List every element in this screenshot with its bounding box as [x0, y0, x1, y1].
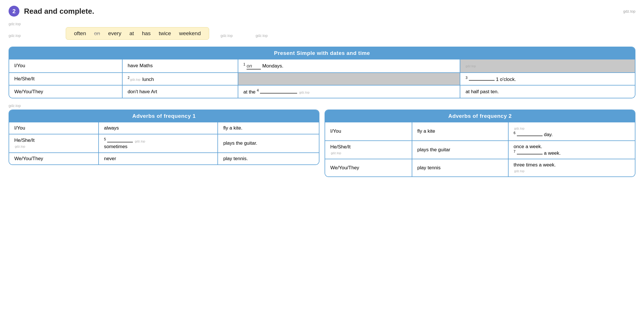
word-weekend: weekend: [179, 30, 201, 37]
cell-a2-sub-3: We/You/They: [325, 159, 412, 176]
cell-subject-2: He/She/It: [9, 73, 122, 86]
table-row: He/She/It gdz.top 5 gdz.topsometimes pla…: [9, 134, 319, 153]
cell-subject-1: I/You: [9, 59, 122, 73]
cell-verb-1: have Maths: [122, 59, 238, 73]
cell-verb-3: don't have Art: [122, 85, 238, 98]
answer-3[interactable]: [469, 80, 495, 81]
word-on: on: [94, 30, 100, 37]
watermark-top-right: gdz.top: [623, 9, 635, 13]
adverbs2-wrap: Adverbs of frequency 2 I/You fly a kite …: [325, 110, 635, 182]
cell-a2-act-1: fly a kite: [412, 122, 508, 141]
exercise-header: 2 Read and complete. gdz.top: [9, 6, 635, 17]
table-row: He/She/It 2gdz.top lunch 3 1 o'clock.: [9, 73, 635, 86]
cell-a2-sub-1: I/You: [325, 122, 412, 141]
word-bank: often on every at has twice weekend: [66, 27, 209, 40]
word-at: at: [129, 30, 134, 37]
cell-a2-freq-1: gdz.top 6 day.: [508, 122, 635, 141]
adverbs2-header: Adverbs of frequency 2: [325, 110, 635, 122]
cell-a1-sub-1: I/You: [9, 122, 99, 134]
cell-a2-freq-2: once a week. 7 a week.: [508, 141, 635, 159]
watermark-gdz-1: gdz.top: [9, 33, 31, 38]
table-row: We/You/They never play tennis.: [9, 153, 319, 164]
cell-a1-act-2: plays the guitar.: [218, 134, 319, 153]
cell-a1-sub-3: We/You/They: [9, 153, 99, 164]
answer-5[interactable]: [107, 142, 133, 142]
watermark-gdz-2: gdz.top: [221, 33, 233, 38]
answer-7[interactable]: [517, 154, 543, 154]
answer-6[interactable]: [517, 136, 543, 136]
table-row: I/You have Maths 1 on Mondays. gdz.top: [9, 59, 635, 73]
cell-a1-adv-1: always: [99, 122, 218, 134]
exercise-number: 2: [9, 6, 19, 17]
cell-verb-2: 2gdz.top lunch: [122, 73, 238, 86]
cell-col4-1: gdz.top: [460, 59, 635, 73]
cell-col3-3: at the 4 gdz.top: [238, 85, 460, 98]
table-row: I/You fly a kite gdz.top 6 day.: [325, 122, 635, 141]
cell-a2-act-2: plays the guitar: [412, 141, 508, 159]
adverbs1-header: Adverbs of frequency 1: [9, 110, 319, 122]
adverbs1-table: Adverbs of frequency 1 I/You always fly …: [9, 110, 319, 165]
word-every: every: [108, 30, 121, 37]
present-simple-header: Present Simple with dates and time: [9, 47, 635, 59]
cell-a2-act-3: play tennis: [412, 159, 508, 176]
adverbs1-wrap: Adverbs of frequency 1 I/You always fly …: [9, 110, 319, 182]
watermark-top-left: gdz.top: [9, 22, 21, 26]
table-row: We/You/They play tennis three times a we…: [325, 159, 635, 176]
answer-1[interactable]: on: [247, 63, 261, 69]
word-twice: twice: [159, 30, 171, 37]
cell-a1-act-1: fly a kite.: [218, 122, 319, 134]
cell-a1-adv-2: 5 gdz.topsometimes: [99, 134, 218, 153]
bottom-tables: Adverbs of frequency 1 I/You always fly …: [9, 110, 635, 182]
answer-4[interactable]: [260, 93, 297, 94]
table-row: He/She/It gdz.top plays the guitar once …: [325, 141, 635, 159]
exercise-title: Read and complete.: [24, 7, 94, 16]
cell-a2-sub-2: He/She/It gdz.top: [325, 141, 412, 159]
cell-a1-act-3: play tennis.: [218, 153, 319, 164]
cell-col4-2: 3 1 o'clock.: [460, 73, 635, 86]
cell-col3-2: [238, 73, 460, 86]
watermark-bottom-left: gdz.top: [9, 104, 635, 108]
cell-subject-3: We/You/They: [9, 85, 122, 98]
table-row: I/You always fly a kite.: [9, 122, 319, 134]
adverbs2-table: Adverbs of frequency 2 I/You fly a kite …: [325, 110, 635, 177]
word-often: often: [74, 30, 86, 37]
cell-a2-freq-3: three times a week. gdz.top: [508, 159, 635, 176]
cell-col3-1: 1 on Mondays.: [238, 59, 460, 73]
word-has: has: [142, 30, 151, 37]
cell-a1-sub-2: He/She/It gdz.top: [9, 134, 99, 153]
cell-a1-adv-3: never: [99, 153, 218, 164]
watermark-gdz-3: gdz.top: [255, 33, 268, 38]
table-row: We/You/They don't have Art at the 4 gdz.…: [9, 85, 635, 98]
cell-col4-3: at half past ten.: [460, 85, 635, 98]
present-simple-table: Present Simple with dates and time I/You…: [9, 47, 635, 98]
